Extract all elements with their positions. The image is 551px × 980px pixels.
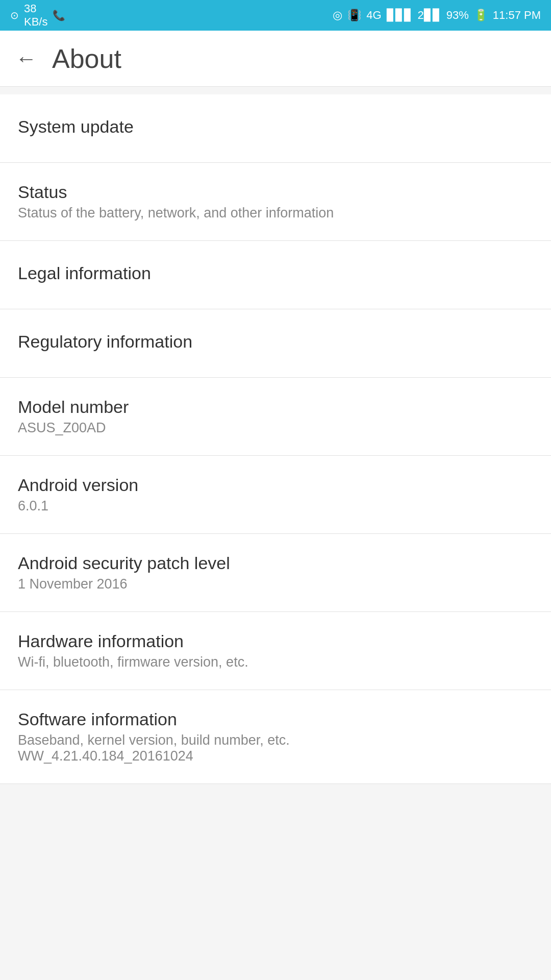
menu-item-title-hardware-information: Hardware information — [18, 631, 533, 651]
status-bar-right: ◎ 📳 4G ▊▊▊ 2▊▊ 93% 🔋 11:57 PM — [333, 9, 541, 22]
phone-icon: 📞 — [53, 9, 65, 21]
wifi-icon: ⊙ — [10, 9, 19, 21]
menu-item-subtitle-model-number: ASUS_Z00AD — [18, 420, 533, 436]
menu-item-subtitle-status: Status of the battery, network, and othe… — [18, 205, 533, 221]
network-type: 4G — [366, 9, 381, 22]
battery-icon: 🔋 — [474, 9, 488, 22]
menu-item-title-android-version: Android version — [18, 475, 533, 495]
status-bar-left: ⊙ 38 KB/s 📞 — [10, 2, 65, 29]
menu-item-legal-information[interactable]: Legal information — [0, 241, 551, 309]
menu-item-title-software-information: Software information — [18, 709, 533, 729]
menu-item-android-security-patch[interactable]: Android security patch level1 November 2… — [0, 534, 551, 612]
menu-item-title-regulatory-information: Regulatory information — [18, 332, 533, 352]
menu-item-title-model-number: Model number — [18, 397, 533, 417]
battery-percent: 93% — [446, 9, 469, 22]
page-title: About — [52, 43, 121, 74]
menu-item-title-android-security-patch: Android security patch level — [18, 553, 533, 573]
header: ← About — [0, 31, 551, 87]
menu-item-subtitle-android-security-patch: 1 November 2016 — [18, 576, 533, 592]
menu-item-title-status: Status — [18, 182, 533, 202]
menu-item-subtitle-software-information: Baseband, kernel version, build number, … — [18, 732, 533, 764]
data-speed: 38 KB/s — [24, 2, 47, 29]
menu-item-title-legal-information: Legal information — [18, 263, 533, 283]
clock: 11:57 PM — [493, 9, 541, 22]
back-button[interactable]: ← — [15, 46, 37, 71]
menu-item-title-system-update: System update — [18, 117, 533, 137]
menu-item-android-version[interactable]: Android version6.0.1 — [0, 456, 551, 534]
menu-item-status[interactable]: StatusStatus of the battery, network, an… — [0, 163, 551, 241]
sim2-signal: 2▊▊ — [418, 9, 441, 22]
menu-item-system-update[interactable]: System update — [0, 94, 551, 163]
status-bar: ⊙ 38 KB/s 📞 ◎ 📳 4G ▊▊▊ 2▊▊ 93% 🔋 11:57 P… — [0, 0, 551, 31]
menu-item-software-information[interactable]: Software informationBaseband, kernel ver… — [0, 690, 551, 784]
menu-item-hardware-information[interactable]: Hardware informationWi-fi, bluetooth, fi… — [0, 612, 551, 690]
vibrate-icon: 📳 — [347, 9, 361, 22]
hotspot-icon: ◎ — [333, 9, 342, 22]
signal-bars: ▊▊▊ — [387, 9, 413, 22]
menu-item-subtitle-hardware-information: Wi-fi, bluetooth, firmware version, etc. — [18, 654, 533, 670]
menu-item-regulatory-information[interactable]: Regulatory information — [0, 309, 551, 378]
menu-item-subtitle-android-version: 6.0.1 — [18, 498, 533, 514]
menu-item-model-number[interactable]: Model numberASUS_Z00AD — [0, 378, 551, 456]
about-menu: System updateStatusStatus of the battery… — [0, 94, 551, 784]
